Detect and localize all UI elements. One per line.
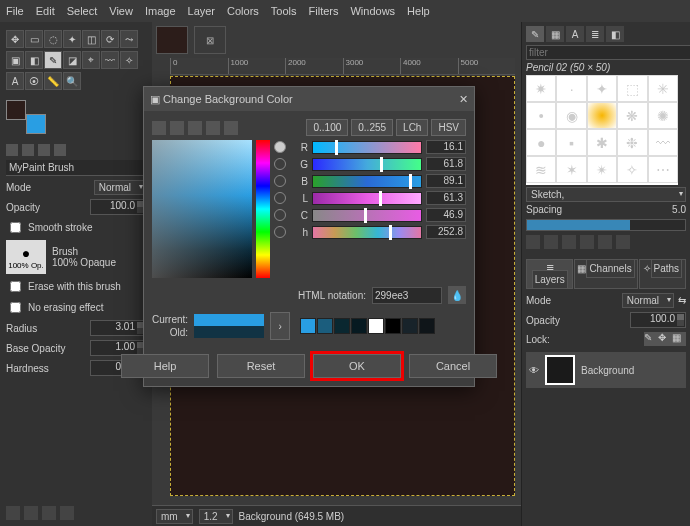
tool-eraser[interactable]: ◪	[63, 51, 81, 69]
menu-filters[interactable]: Filters	[309, 5, 339, 17]
tab-device-icon[interactable]	[22, 144, 34, 156]
recent-swatch[interactable]	[351, 318, 367, 334]
tool-measure[interactable]: 📏	[44, 72, 62, 90]
channel-slider-C[interactable]	[312, 209, 422, 222]
visibility-icon[interactable]: 👁	[529, 365, 539, 376]
menu-windows[interactable]: Windows	[350, 5, 395, 17]
tool-fuzzy[interactable]: ✦	[63, 30, 81, 48]
reset-button[interactable]: Reset	[217, 354, 305, 378]
new-brush-icon[interactable]	[544, 235, 558, 249]
tab-layers[interactable]: ≣ Layers	[526, 259, 573, 289]
brush-preview[interactable]: ● 100% Op.	[6, 240, 46, 274]
no-erasing-checkbox[interactable]	[10, 302, 21, 313]
dock-tab-history-icon[interactable]: ≣	[586, 26, 604, 42]
tool-crop[interactable]: ◫	[82, 30, 100, 48]
erase-checkbox[interactable]	[10, 281, 21, 292]
tool-rect-select[interactable]: ▭	[25, 30, 43, 48]
open-as-image-icon[interactable]	[616, 235, 630, 249]
zoom-dropdown[interactable]: 1.2	[199, 509, 233, 524]
tool-move[interactable]: ✥	[6, 30, 24, 48]
sv-gradient[interactable]	[152, 140, 252, 278]
layer-name[interactable]: Background	[581, 365, 634, 376]
tool-picker[interactable]: ⦿	[25, 72, 43, 90]
lock-pixels-icon[interactable]: ✎	[644, 332, 658, 346]
menu-help[interactable]: Help	[407, 5, 430, 17]
menu-colors[interactable]: Colors	[227, 5, 259, 17]
channel-radio-G[interactable]	[274, 158, 286, 170]
channel-slider-G[interactable]	[312, 158, 422, 171]
channel-value-h[interactable]: 252.8	[426, 225, 466, 239]
channel-radio-R[interactable]	[274, 141, 286, 153]
tool-gradient[interactable]: ◧	[25, 51, 43, 69]
eyedropper-icon[interactable]: 💧	[448, 286, 466, 304]
channel-value-G[interactable]: 61.8	[426, 157, 466, 171]
lock-alpha-icon[interactable]: ▦	[672, 332, 686, 346]
tool-path[interactable]: ✧	[120, 51, 138, 69]
model-hsv-button[interactable]: HSV	[431, 119, 466, 136]
picker-palette-icon[interactable]	[224, 121, 238, 135]
model-lch-button[interactable]: LCh	[396, 119, 428, 136]
channel-radio-h[interactable]	[274, 226, 286, 238]
menu-image[interactable]: Image	[145, 5, 176, 17]
channel-slider-R[interactable]	[312, 141, 422, 154]
tool-smudge[interactable]: 〰	[101, 51, 119, 69]
brush-filter-input[interactable]	[526, 45, 690, 60]
opacity-input[interactable]: 100.0	[90, 199, 146, 215]
channel-slider-B[interactable]	[312, 175, 422, 188]
picker-watercolor-icon[interactable]	[188, 121, 202, 135]
recent-swatch[interactable]	[300, 318, 316, 334]
fg-bg-colors[interactable]	[6, 100, 46, 134]
duplicate-brush-icon[interactable]	[562, 235, 576, 249]
brush-category-dropdown[interactable]: Sketch,	[526, 187, 686, 202]
layer-row[interactable]: 👁 Background	[526, 352, 686, 388]
foreground-swatch[interactable]	[6, 100, 26, 120]
background-swatch[interactable]	[26, 114, 46, 134]
delete-brush-icon[interactable]	[580, 235, 594, 249]
tool-clone[interactable]: ⌖	[82, 51, 100, 69]
tool-warp[interactable]: ⤳	[120, 30, 138, 48]
tool-bucket[interactable]: ▣	[6, 51, 24, 69]
dock-tab-paint-icon[interactable]: ◧	[606, 26, 624, 42]
range-0-100-button[interactable]: 0..100	[306, 119, 348, 136]
html-notation-input[interactable]	[372, 287, 442, 304]
close-tab-icon[interactable]: ⊠	[194, 26, 226, 54]
layer-opacity-input[interactable]: 100.0	[630, 312, 686, 328]
recent-swatch[interactable]	[402, 318, 418, 334]
channel-radio-C[interactable]	[274, 209, 286, 221]
picker-wheel-icon[interactable]	[206, 121, 220, 135]
layer-mode-dropdown[interactable]: Normal	[622, 293, 674, 308]
channel-slider-h[interactable]	[312, 226, 422, 239]
dock-tab-fonts-icon[interactable]: A	[566, 26, 584, 42]
tab-images-icon[interactable]	[38, 144, 50, 156]
brush-grid[interactable]: ✷·✦⬚✳ •◉❋✺ ●▪✱❉〰 ≋✶✴✧⋯	[526, 75, 678, 185]
picker-gimp-icon[interactable]	[152, 121, 166, 135]
menu-select[interactable]: Select	[67, 5, 98, 17]
delete-preset-icon[interactable]	[42, 506, 56, 520]
swap-color-icon[interactable]: ›	[270, 312, 290, 340]
recent-swatch[interactable]	[385, 318, 401, 334]
tab-tool-options-icon[interactable]	[6, 144, 18, 156]
spacing-slider[interactable]	[526, 219, 686, 231]
tool-free-select[interactable]: ◌	[44, 30, 62, 48]
channel-slider-L[interactable]	[312, 192, 422, 205]
lock-position-icon[interactable]: ✥	[658, 332, 672, 346]
tool-mypaint-brush[interactable]: ✎	[44, 51, 62, 69]
recent-swatch[interactable]	[368, 318, 384, 334]
mode-switch-icon[interactable]: ⇆	[678, 295, 686, 306]
restore-preset-icon[interactable]	[24, 506, 38, 520]
save-preset-icon[interactable]	[6, 506, 20, 520]
hue-strip[interactable]	[256, 140, 270, 278]
mode-dropdown[interactable]: Normal	[94, 180, 146, 195]
recent-swatch[interactable]	[419, 318, 435, 334]
tool-zoom[interactable]: 🔍	[63, 72, 81, 90]
menu-edit[interactable]: Edit	[36, 5, 55, 17]
ok-button[interactable]: OK	[313, 354, 401, 378]
tool-rotate[interactable]: ⟳	[101, 30, 119, 48]
channel-value-R[interactable]: 16.1	[426, 140, 466, 154]
recent-swatch[interactable]	[317, 318, 333, 334]
tab-paths[interactable]: ✧Paths	[639, 259, 686, 289]
recent-swatch[interactable]	[334, 318, 350, 334]
menu-layer[interactable]: Layer	[188, 5, 216, 17]
units-dropdown[interactable]: mm	[156, 509, 193, 524]
channel-value-L[interactable]: 61.3	[426, 191, 466, 205]
